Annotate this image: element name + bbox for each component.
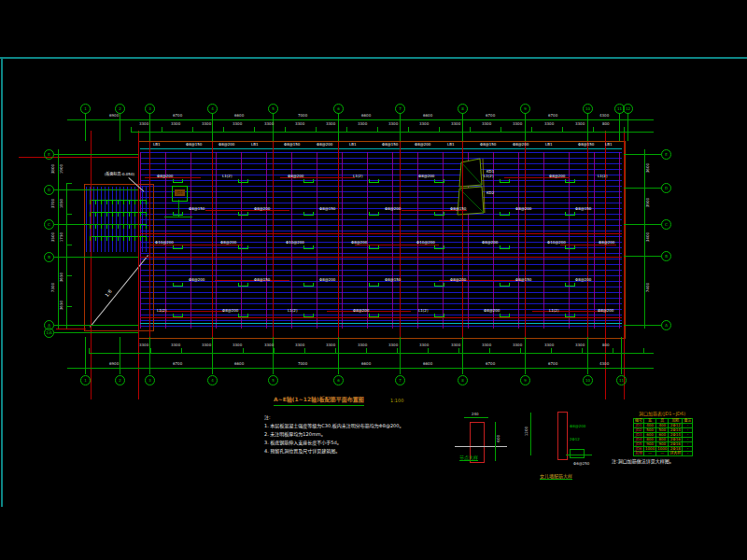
rebar-label: Φ8@200 xyxy=(220,241,236,245)
rebar-label: Φ8@200 xyxy=(317,143,332,147)
dim-top-main: 6600 xyxy=(234,114,244,118)
rebar-label: LB1 xyxy=(545,143,553,147)
detail-right: 1200 Φ8@200 2Φ12 Φ6@250 xyxy=(521,406,596,469)
axis-leader xyxy=(587,113,588,141)
rebar-label: Φ10@200 xyxy=(416,241,435,245)
rebar-mark xyxy=(238,179,248,183)
dim-top-sub: 3300 xyxy=(575,122,585,126)
detail-right-footing xyxy=(570,449,585,458)
axis-leader xyxy=(400,113,401,141)
red-grid-column xyxy=(149,142,150,337)
rebar-mark xyxy=(369,212,379,216)
detail-right-caption: 女儿墙配筋大样 xyxy=(540,472,572,480)
beam-segment xyxy=(149,245,243,245)
rebar-label: Φ8@150 xyxy=(480,143,496,147)
dim-top-main: 6600 xyxy=(423,114,432,118)
axis-bubble-bottom: 2 xyxy=(115,375,125,385)
rebar-mark xyxy=(500,212,510,216)
dim-right-main: 3400 xyxy=(646,232,650,242)
dim-top-sub: 3300 xyxy=(139,122,148,126)
table-cell: - xyxy=(683,452,693,456)
axis-bubble-left: D xyxy=(44,185,54,195)
rebar-label: Φ8@150 xyxy=(189,207,204,211)
dim-bottom-sub: 3300 xyxy=(326,343,335,347)
axis-leader xyxy=(624,188,661,189)
red-grid-column xyxy=(273,142,274,337)
axis-leader xyxy=(462,113,463,141)
axis-leader xyxy=(627,113,628,141)
axis-bubble-bottom: 4 xyxy=(207,375,218,385)
rebar-label: Φ8@150 xyxy=(284,143,300,147)
dim-bottom-sub: 3300 xyxy=(233,343,242,347)
axis-leader xyxy=(54,257,138,258)
axis-leader xyxy=(149,113,150,141)
dim-left-sub: 3650 xyxy=(60,273,63,282)
axis-leader xyxy=(85,113,86,141)
dim-top-main: 7000 xyxy=(298,114,307,118)
rebar-label: Φ8@200 xyxy=(549,175,565,178)
dim-top-sub: 3300 xyxy=(388,122,398,126)
table-title: 洞口加筋表(JD1~JD6) xyxy=(639,410,685,416)
rebar-label: Φ8@200 xyxy=(254,207,270,211)
rebar-mark xyxy=(500,245,510,249)
red-grid-column xyxy=(212,142,213,337)
dim-top-main: 6700 xyxy=(548,114,557,118)
note-line: 4. 预留孔洞位置及尺寸详见建筑图。 xyxy=(264,447,403,455)
axis-leader xyxy=(273,113,274,141)
detail-right-dim-line xyxy=(530,413,531,455)
axis-bubble-left: B xyxy=(44,252,54,262)
detail-right-label: 2Φ12 xyxy=(570,438,580,441)
dim-right-main: 3600 xyxy=(646,163,650,173)
rebar-mark xyxy=(434,283,444,287)
rebar-mark xyxy=(565,314,575,317)
axis-leader xyxy=(338,337,339,374)
rebar-mark xyxy=(434,212,444,216)
rebar-label: Φ8@150 xyxy=(515,278,531,282)
axis-leader xyxy=(400,337,401,374)
note-line: 1. 本层板混凝土强度等级为C30,板内未注明分布筋均为Φ8@200。 xyxy=(264,422,403,430)
axis-leader xyxy=(619,113,620,141)
dim-left-main: 7300 xyxy=(51,283,55,292)
rebar-label: L1(2) xyxy=(549,309,558,313)
rebar-label: Φ8@200 xyxy=(515,207,531,211)
rebar-label: Φ8@200 xyxy=(288,175,303,178)
axis-bubble-bottom: 7 xyxy=(395,375,405,385)
rebar-mark xyxy=(303,283,314,287)
axis-bubble-bottom: 11 xyxy=(616,375,627,385)
rebar-label: Φ8@150 xyxy=(186,143,202,147)
rebar-label: LB1 xyxy=(447,143,455,147)
rebar-mark xyxy=(173,179,183,183)
rebar-label: Φ8@150 xyxy=(575,207,591,211)
drawing-title: A~E轴(1~12轴)板配筋平面布置图 xyxy=(274,395,364,406)
dim-left-sub: 1900 xyxy=(60,164,63,174)
dim-bottom-sub: 3300 xyxy=(139,343,148,347)
dim-top-main: 6600 xyxy=(361,114,371,118)
rebar-label: Φ8@200 xyxy=(482,241,498,245)
rebar-label: Φ8@200 xyxy=(351,241,367,245)
opening-label: KD1 xyxy=(486,170,494,174)
rebar-label: Φ10@200 xyxy=(286,241,304,245)
detail-left-column xyxy=(470,422,485,448)
detail-right-label: Φ6@250 xyxy=(573,462,589,466)
rebar-mark xyxy=(434,314,444,317)
detail-right-label: Φ8@200 xyxy=(570,425,585,428)
notes-header: 注: xyxy=(264,413,403,422)
red-grid-column xyxy=(462,142,463,337)
dim-top-sub: 3300 xyxy=(544,122,554,126)
dim-top-main: 6700 xyxy=(173,114,182,118)
table-note: 注:洞口加筋做法详见大样图。 xyxy=(612,457,674,464)
dim-left-main: 3700 xyxy=(51,199,55,208)
dim-left-sub: 3650 xyxy=(60,301,63,310)
rebar-mark xyxy=(238,314,248,317)
dim-top-sub: 3300 xyxy=(202,122,211,126)
axis-bubble-left: C xyxy=(44,219,54,230)
rebar-label: Φ8@200 xyxy=(415,143,430,147)
rebar-label: Φ8@200 xyxy=(513,143,529,147)
axis-leader xyxy=(54,332,138,333)
axis-leader xyxy=(212,113,213,141)
dim-left-sub: 1850 xyxy=(60,199,63,208)
beam-segment xyxy=(159,311,224,312)
dim-top-sub: 3300 xyxy=(419,122,429,126)
dim-bottom-main: 6600 xyxy=(361,362,371,366)
axis-leader xyxy=(624,224,661,225)
